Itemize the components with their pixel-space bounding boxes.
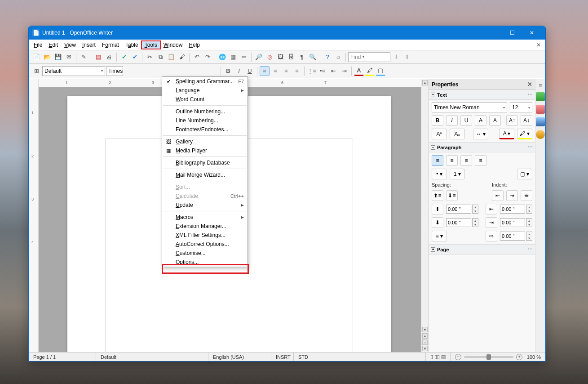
spellcheck-icon[interactable]: ✔ bbox=[119, 52, 129, 62]
indent-right-icon[interactable]: ⇥ bbox=[486, 217, 497, 228]
sidebar-spacing-icon[interactable]: ↔ ▾ bbox=[473, 129, 488, 139]
tools-bibliography-database[interactable]: Bibliography Database bbox=[162, 158, 248, 167]
scroll-up-icon[interactable]: ▲ bbox=[422, 80, 428, 85]
close-button[interactable]: ✕ bbox=[522, 26, 542, 40]
indent-dec-icon[interactable]: ⇤ bbox=[328, 66, 338, 76]
para-align-justify-icon[interactable]: ≡ bbox=[475, 155, 486, 166]
zoom-value[interactable]: 100 % bbox=[527, 354, 541, 360]
cut-icon[interactable]: ✂ bbox=[145, 52, 155, 62]
sidebar-styles-tab[interactable] bbox=[536, 105, 545, 114]
edit-doc-icon[interactable]: ✎ bbox=[79, 52, 88, 62]
redo-icon[interactable]: ↷ bbox=[203, 52, 212, 62]
zoom-control[interactable]: − + 100 % bbox=[451, 353, 545, 361]
vertical-scrollbar[interactable]: ▲ ▼ ▲ ○ ▼ bbox=[421, 79, 429, 352]
menu-edit[interactable]: Edit bbox=[45, 41, 61, 49]
nav-object-icon[interactable]: ○ bbox=[422, 339, 428, 345]
paragraph-style-combo[interactable]: Default▾ bbox=[42, 66, 105, 76]
bold-icon[interactable]: B bbox=[223, 66, 233, 76]
space-below-input[interactable]: ▲▼ bbox=[446, 218, 478, 227]
sidebar-shadow-icon[interactable]: A bbox=[489, 115, 501, 126]
align-left-icon[interactable]: ≡ bbox=[260, 66, 270, 76]
styles-icon[interactable]: ⊞ bbox=[31, 66, 41, 76]
table-icon[interactable]: ▦ bbox=[228, 52, 238, 62]
tools-options[interactable]: Options... bbox=[162, 258, 248, 267]
gallery-icon[interactable]: 🖼 bbox=[275, 52, 285, 62]
hanging-indent-icon[interactable]: ⇹ bbox=[521, 190, 532, 201]
menu-view[interactable]: View bbox=[61, 41, 79, 49]
zoom-slider[interactable] bbox=[464, 356, 513, 358]
sidebar-subscript-icon[interactable]: Aₐ bbox=[450, 129, 465, 139]
sidebar-properties-tab[interactable] bbox=[536, 92, 545, 101]
sidebar-navigator-tab[interactable] bbox=[536, 130, 545, 139]
indent-dec2-icon[interactable]: ⇤ bbox=[492, 190, 504, 201]
menu-insert[interactable]: Insert bbox=[79, 41, 99, 49]
format-paint-icon[interactable]: 🖌 bbox=[177, 52, 187, 62]
email-icon[interactable]: ✉ bbox=[64, 52, 74, 62]
tools-update[interactable]: Update▶ bbox=[162, 201, 248, 210]
font-color-icon[interactable]: A bbox=[354, 66, 364, 76]
para-align-left-icon[interactable]: ≡ bbox=[432, 155, 443, 166]
next-page-icon[interactable]: ▼ bbox=[422, 346, 428, 351]
tools-mail-merge-wizard[interactable]: Mail Merge Wizard... bbox=[162, 170, 248, 179]
number-list-icon[interactable]: ⋮≡ bbox=[307, 66, 317, 76]
sidebar-size-combo[interactable]: 12▾ bbox=[510, 103, 532, 112]
indent-left-input[interactable]: ▲▼ bbox=[500, 205, 532, 214]
zoom-icon[interactable]: 🔍 bbox=[308, 52, 318, 62]
status-view-icons[interactable]: ▯ ▯▯ ▤ bbox=[426, 353, 451, 361]
zoom-out-icon[interactable]: − bbox=[455, 354, 461, 360]
titlebar[interactable]: 📄 Untitled 1 - OpenOffice Writer ─ ☐ ✕ bbox=[29, 26, 545, 40]
status-page[interactable]: Page 1 / 1 bbox=[29, 353, 96, 361]
bg-color-icon[interactable]: ▢ bbox=[376, 66, 385, 76]
tools-spelling-and-grammar[interactable]: ✔Spelling and Grammar...F7 bbox=[162, 77, 248, 86]
find-prev-icon[interactable]: ⬆ bbox=[402, 52, 412, 62]
align-right-icon[interactable]: ≡ bbox=[281, 66, 291, 76]
save-icon[interactable]: 💾 bbox=[53, 52, 63, 62]
indent-inc-icon[interactable]: ⇥ bbox=[339, 66, 349, 76]
section-page-header[interactable]: +Page⋯ bbox=[429, 245, 535, 255]
copy-icon[interactable]: ⧉ bbox=[155, 52, 165, 62]
font-name-combo[interactable]: Times New Roman bbox=[106, 66, 123, 76]
sidebar-font-combo[interactable]: Times New Roman▾ bbox=[432, 103, 507, 112]
tools-outline-numbering[interactable]: Outline Numbering... bbox=[162, 107, 248, 116]
menu-help[interactable]: Help bbox=[186, 41, 203, 49]
paste-icon[interactable]: 📋 bbox=[166, 52, 176, 62]
maximize-button[interactable]: ☐ bbox=[502, 26, 522, 40]
tools-line-numbering[interactable]: Line Numbering... bbox=[162, 116, 248, 125]
tools-footnotes-endnotes[interactable]: Footnotes/Endnotes... bbox=[162, 125, 248, 134]
para-align-right-icon[interactable]: ≡ bbox=[460, 155, 472, 166]
datasource-icon[interactable]: 🗄 bbox=[286, 52, 296, 62]
firstline-indent-icon[interactable]: ⇨ bbox=[486, 231, 497, 241]
section-text-header[interactable]: −Text⋯ bbox=[429, 90, 535, 100]
find-next-icon[interactable]: ⬇ bbox=[391, 52, 401, 62]
find-replace-icon[interactable]: 🔎 bbox=[254, 52, 264, 62]
firstline-indent-input[interactable]: ▲▼ bbox=[500, 232, 532, 241]
minimize-button[interactable]: ─ bbox=[482, 26, 502, 40]
align-justify-icon[interactable]: ≡ bbox=[292, 66, 302, 76]
sidebar-grow-icon[interactable]: A↑ bbox=[506, 115, 518, 126]
para-align-center-icon[interactable]: ≡ bbox=[446, 155, 458, 166]
tools-media-player[interactable]: ▦Media Player bbox=[162, 146, 248, 155]
status-insert[interactable]: INSRT bbox=[271, 353, 294, 361]
status-selmode[interactable]: STD bbox=[294, 353, 316, 361]
prev-page-icon[interactable]: ▲ bbox=[422, 333, 428, 339]
para-bullets-icon[interactable]: • ▾ bbox=[432, 169, 447, 179]
menu-format[interactable]: Format bbox=[99, 41, 122, 49]
tools-customise[interactable]: Customise... bbox=[162, 249, 248, 258]
vertical-ruler[interactable]: 1234 bbox=[29, 79, 39, 352]
navigator-icon[interactable]: ◎ bbox=[265, 52, 274, 62]
italic-icon[interactable]: I bbox=[234, 66, 244, 76]
highlight-icon[interactable]: 🖍 bbox=[365, 66, 375, 76]
autospell-icon[interactable]: ✔ bbox=[130, 52, 140, 62]
print-icon[interactable]: 🖨 bbox=[104, 52, 114, 62]
menu-window[interactable]: Window bbox=[160, 41, 186, 49]
sidebar-italic-icon[interactable]: I bbox=[446, 115, 458, 126]
find-input[interactable]: Find▾ bbox=[348, 52, 390, 62]
tools-extension-manager[interactable]: Extension Manager... bbox=[162, 222, 248, 231]
sidebar-close-icon[interactable]: ✕ bbox=[527, 81, 532, 88]
align-center-icon[interactable]: ≡ bbox=[270, 66, 280, 76]
indent-right-input[interactable]: ▲▼ bbox=[500, 218, 532, 227]
scroll-down-icon[interactable]: ▼ bbox=[422, 327, 428, 332]
sidebar-gallery-tab[interactable] bbox=[536, 117, 545, 126]
hyperlink-icon[interactable]: 🌐 bbox=[217, 52, 227, 62]
sidebar-menu-icon[interactable]: ≡ bbox=[539, 82, 542, 89]
